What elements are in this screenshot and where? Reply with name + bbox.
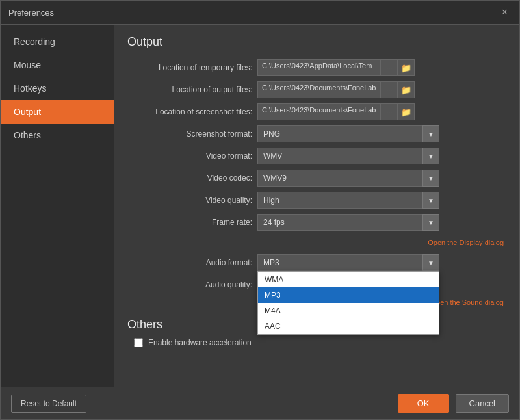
frame-rate-row: Frame rate: 24 fps ▼ xyxy=(127,214,506,231)
display-dialog-row: Open the Display dialog xyxy=(127,236,506,248)
output-files-dots-button[interactable]: ··· xyxy=(381,81,398,98)
frame-rate-label: Frame rate: xyxy=(127,218,257,227)
dialog-body: Recording Mouse Hotkeys Output Others Ou… xyxy=(1,25,519,387)
sidebar-item-hotkeys[interactable]: Hotkeys xyxy=(1,77,114,100)
video-codec-wrapper: WMV9 ▼ xyxy=(257,170,439,187)
video-codec-row: Video codec: WMV9 ▼ xyxy=(127,170,506,187)
temp-files-row: Location of temporary files: C:\Users\04… xyxy=(127,59,506,76)
audio-format-label: Audio format: xyxy=(127,258,257,267)
screenshot-format-label: Screenshot format: xyxy=(127,129,257,138)
screenshot-format-select[interactable]: PNG xyxy=(257,125,439,142)
output-files-folder-button[interactable]: 📁 xyxy=(398,81,415,98)
video-format-label: Video format: xyxy=(127,151,257,161)
hardware-accel-label: Enable hardware acceleration xyxy=(148,338,252,347)
screenshot-format-row: Screenshot format: PNG ▼ xyxy=(127,125,506,142)
temp-files-folder-button[interactable]: 📁 xyxy=(398,59,415,76)
output-section-title: Output xyxy=(127,35,506,49)
screenshot-files-path[interactable]: C:\Users\0423\Documents\FoneLab xyxy=(257,103,381,120)
audio-format-dropdown-wrapper: MP3 ▼ WMA MP3 M4A AAC xyxy=(257,254,439,271)
video-format-select[interactable]: WMV xyxy=(257,148,439,164)
screenshot-files-folder-button[interactable]: 📁 xyxy=(398,103,415,120)
video-format-row: Video format: WMV ▼ xyxy=(127,148,506,164)
audio-option-wma[interactable]: WMA xyxy=(258,272,439,287)
screenshot-files-label: Location of screenshot files: xyxy=(127,107,257,116)
main-content: Output Location of temporary files: C:\U… xyxy=(114,25,519,387)
screenshot-files-dots-button[interactable]: ··· xyxy=(381,103,398,120)
reset-to-default-button[interactable]: Reset to Default xyxy=(11,395,86,413)
dialog-title: Preferences xyxy=(8,8,54,18)
sidebar-item-others[interactable]: Others xyxy=(1,124,114,147)
open-sound-dialog-link[interactable]: Open the Sound dialog xyxy=(430,298,504,306)
screenshot-format-wrapper: PNG ▼ xyxy=(257,125,439,142)
sidebar-item-mouse[interactable]: Mouse xyxy=(1,53,114,77)
audio-format-display[interactable]: MP3 xyxy=(257,254,439,271)
temp-files-path[interactable]: C:\Users\0423\AppData\Local\Tem xyxy=(257,59,381,76)
sidebar-item-recording[interactable]: Recording xyxy=(1,30,114,53)
video-quality-row: Video quality: High ▼ xyxy=(127,192,506,209)
video-quality-select[interactable]: High xyxy=(257,192,439,209)
temp-files-dots-button[interactable]: ··· xyxy=(381,59,398,76)
audio-option-m4a[interactable]: M4A xyxy=(258,303,439,319)
video-quality-label: Video quality: xyxy=(127,196,257,205)
preferences-dialog: Preferences × Recording Mouse Hotkeys Ou… xyxy=(0,0,520,420)
audio-format-row: Audio format: MP3 ▼ WMA MP3 M4A AAC xyxy=(127,254,506,271)
frame-rate-wrapper: 24 fps ▼ xyxy=(257,214,439,231)
close-button[interactable]: × xyxy=(498,6,512,19)
video-format-wrapper: WMV ▼ xyxy=(257,148,439,164)
video-quality-wrapper: High ▼ xyxy=(257,192,439,209)
audio-option-aac[interactable]: AAC xyxy=(258,319,439,334)
ok-button[interactable]: OK xyxy=(398,394,449,413)
open-display-dialog-link[interactable]: Open the Display dialog xyxy=(428,239,504,246)
dialog-footer: Reset to Default OK Cancel xyxy=(1,387,519,419)
hardware-accel-row: Enable hardware acceleration xyxy=(127,338,506,347)
output-files-path[interactable]: C:\Users\0423\Documents\FoneLab xyxy=(257,81,381,98)
audio-format-select-wrapper: MP3 ▼ xyxy=(257,254,439,271)
sidebar-item-output[interactable]: Output xyxy=(1,100,114,124)
title-bar: Preferences × xyxy=(1,1,519,25)
audio-quality-label: Audio quality: xyxy=(127,280,257,289)
screenshot-files-row: Location of screenshot files: C:\Users\0… xyxy=(127,103,506,120)
audio-format-dropdown: WMA MP3 M4A AAC xyxy=(257,271,439,335)
video-codec-label: Video codec: xyxy=(127,174,257,183)
frame-rate-select[interactable]: 24 fps xyxy=(257,214,439,231)
cancel-button[interactable]: Cancel xyxy=(456,394,509,413)
hardware-accel-checkbox[interactable] xyxy=(134,338,143,347)
video-codec-select[interactable]: WMV9 xyxy=(257,170,439,187)
temp-files-label: Location of temporary files: xyxy=(127,63,257,72)
output-files-label: Location of output files: xyxy=(127,85,257,94)
audio-option-mp3[interactable]: MP3 xyxy=(258,287,439,303)
footer-actions: OK Cancel xyxy=(398,394,509,413)
output-files-row: Location of output files: C:\Users\0423\… xyxy=(127,81,506,98)
sidebar: Recording Mouse Hotkeys Output Others xyxy=(1,25,114,387)
